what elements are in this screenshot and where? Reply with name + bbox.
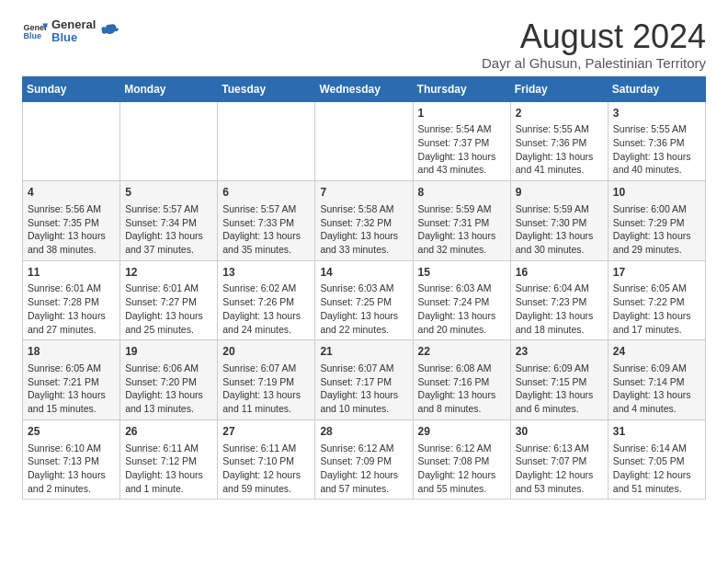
calendar-cell: 3Sunrise: 5:55 AMSunset: 7:36 PMDaylight… (608, 101, 705, 181)
cell-content: Sunrise: 6:06 AM (125, 362, 212, 375)
calendar-cell: 25Sunrise: 6:10 AMSunset: 7:13 PMDayligh… (23, 419, 120, 500)
cell-content: Daylight: 13 hours and 11 minutes. (222, 388, 310, 415)
day-number: 31 (613, 424, 700, 440)
calendar-cell: 1Sunrise: 5:54 AMSunset: 7:37 PMDaylight… (413, 101, 510, 181)
cell-content: Sunrise: 6:00 AM (613, 202, 700, 216)
calendar-cell: 30Sunrise: 6:13 AMSunset: 7:07 PMDayligh… (510, 419, 608, 500)
cell-content: Sunset: 7:07 PM (516, 454, 603, 468)
cell-content: Sunrise: 6:09 AM (516, 362, 603, 375)
cell-content: Sunrise: 6:02 AM (222, 282, 310, 295)
cell-content: Sunset: 7:05 PM (613, 454, 700, 468)
day-header-friday: Friday (510, 76, 608, 101)
header: General Blue General Blue August 2024 Da… (22, 18, 706, 71)
cell-content: Sunset: 7:36 PM (516, 136, 603, 150)
cell-content: Daylight: 13 hours and 13 minutes. (125, 388, 212, 415)
cell-content: Sunset: 7:13 PM (28, 454, 115, 468)
cell-content: Sunset: 7:30 PM (516, 216, 603, 230)
cell-content: Sunrise: 6:05 AM (28, 362, 115, 375)
cell-content: Sunrise: 6:07 AM (320, 362, 407, 375)
cell-content: Sunrise: 5:59 AM (418, 202, 506, 216)
cell-content: Sunrise: 6:10 AM (28, 442, 115, 455)
day-number: 10 (613, 185, 700, 201)
cell-content: Sunrise: 5:54 AM (418, 122, 506, 136)
cell-content: Daylight: 13 hours and 35 minutes. (222, 229, 310, 256)
day-number: 6 (222, 185, 310, 201)
cell-content: Daylight: 13 hours and 41 minutes. (516, 150, 603, 177)
calendar-cell: 20Sunrise: 6:07 AMSunset: 7:19 PMDayligh… (218, 340, 315, 420)
title-section: August 2024 Dayr al Ghusun, Palestinian … (482, 18, 706, 71)
calendar-cell: 8Sunrise: 5:59 AMSunset: 7:31 PMDaylight… (413, 181, 510, 261)
cell-content: Daylight: 13 hours and 18 minutes. (516, 309, 603, 336)
calendar-header-row: SundayMondayTuesdayWednesdayThursdayFrid… (23, 76, 706, 101)
day-number: 25 (28, 424, 115, 440)
calendar-cell: 29Sunrise: 6:12 AMSunset: 7:08 PMDayligh… (413, 419, 510, 500)
day-header-sunday: Sunday (23, 76, 120, 101)
day-number: 11 (28, 265, 115, 281)
calendar-cell: 11Sunrise: 6:01 AMSunset: 7:28 PMDayligh… (23, 260, 120, 340)
cell-content: Daylight: 13 hours and 43 minutes. (418, 150, 506, 177)
calendar-week-1: 1Sunrise: 5:54 AMSunset: 7:37 PMDaylight… (23, 101, 706, 181)
cell-content: Sunrise: 5:57 AM (125, 202, 212, 216)
day-number: 5 (125, 185, 212, 201)
day-number: 30 (516, 424, 603, 440)
cell-content: Sunset: 7:33 PM (222, 216, 310, 230)
cell-content: Daylight: 13 hours and 27 minutes. (28, 309, 115, 336)
cell-content: Sunset: 7:28 PM (28, 295, 115, 309)
cell-content: Daylight: 13 hours and 32 minutes. (418, 229, 506, 256)
calendar-week-3: 11Sunrise: 6:01 AMSunset: 7:28 PMDayligh… (23, 260, 706, 340)
cell-content: Sunrise: 6:13 AM (516, 442, 603, 455)
day-number: 22 (418, 344, 506, 360)
day-number: 23 (516, 344, 603, 360)
cell-content: Sunset: 7:32 PM (320, 216, 407, 230)
logo-bird-icon (99, 21, 119, 41)
day-header-monday: Monday (120, 76, 218, 101)
day-number: 9 (516, 185, 603, 201)
cell-content: Sunset: 7:35 PM (28, 216, 115, 230)
main-title: August 2024 (482, 18, 706, 55)
cell-content: Sunset: 7:16 PM (418, 375, 506, 389)
calendar-cell: 26Sunrise: 6:11 AMSunset: 7:12 PMDayligh… (120, 419, 218, 500)
cell-content: Sunset: 7:37 PM (418, 136, 506, 150)
day-number: 8 (418, 185, 506, 201)
cell-content: Sunset: 7:31 PM (418, 216, 506, 230)
calendar-cell (23, 101, 120, 181)
day-number: 24 (613, 344, 700, 360)
calendar-cell: 24Sunrise: 6:09 AMSunset: 7:14 PMDayligh… (608, 340, 705, 420)
cell-content: Sunrise: 5:58 AM (320, 202, 407, 216)
cell-content: Sunrise: 5:56 AM (28, 202, 115, 216)
calendar-cell: 16Sunrise: 6:04 AMSunset: 7:23 PMDayligh… (510, 260, 608, 340)
day-header-wednesday: Wednesday (315, 76, 413, 101)
cell-content: Daylight: 13 hours and 33 minutes. (320, 229, 407, 256)
cell-content: Sunrise: 5:55 AM (613, 122, 700, 136)
calendar-week-2: 4Sunrise: 5:56 AMSunset: 7:35 PMDaylight… (23, 181, 706, 261)
cell-content: Sunset: 7:17 PM (320, 375, 407, 389)
calendar-cell (218, 101, 315, 181)
cell-content: Sunrise: 5:55 AM (516, 122, 603, 136)
calendar-cell: 9Sunrise: 5:59 AMSunset: 7:30 PMDaylight… (510, 181, 608, 261)
calendar-cell: 4Sunrise: 5:56 AMSunset: 7:35 PMDaylight… (23, 181, 120, 261)
cell-content: Sunrise: 6:07 AM (222, 362, 310, 375)
cell-content: Daylight: 13 hours and 24 minutes. (222, 309, 310, 336)
logo-general: General (51, 18, 96, 31)
calendar-cell: 23Sunrise: 6:09 AMSunset: 7:15 PMDayligh… (510, 340, 608, 420)
cell-content: Daylight: 13 hours and 1 minute. (125, 468, 212, 495)
cell-content: Sunset: 7:21 PM (28, 375, 115, 389)
cell-content: Sunset: 7:10 PM (222, 454, 310, 468)
logo-icon: General Blue (22, 18, 48, 44)
day-number: 16 (516, 265, 603, 281)
cell-content: Sunrise: 6:14 AM (613, 442, 700, 455)
cell-content: Sunset: 7:15 PM (516, 375, 603, 389)
calendar-cell (120, 101, 218, 181)
cell-content: Sunset: 7:19 PM (222, 375, 310, 389)
logo: General Blue General Blue (22, 18, 119, 45)
day-number: 27 (222, 424, 310, 440)
cell-content: Daylight: 13 hours and 25 minutes. (125, 309, 212, 336)
calendar-cell: 12Sunrise: 6:01 AMSunset: 7:27 PMDayligh… (120, 260, 218, 340)
day-number: 18 (28, 344, 115, 360)
calendar-cell: 14Sunrise: 6:03 AMSunset: 7:25 PMDayligh… (315, 260, 413, 340)
cell-content: Sunrise: 6:01 AM (125, 282, 212, 295)
cell-content: Sunset: 7:34 PM (125, 216, 212, 230)
day-number: 12 (125, 265, 212, 281)
cell-content: Sunset: 7:24 PM (418, 295, 506, 309)
calendar-cell: 5Sunrise: 5:57 AMSunset: 7:34 PMDaylight… (120, 181, 218, 261)
